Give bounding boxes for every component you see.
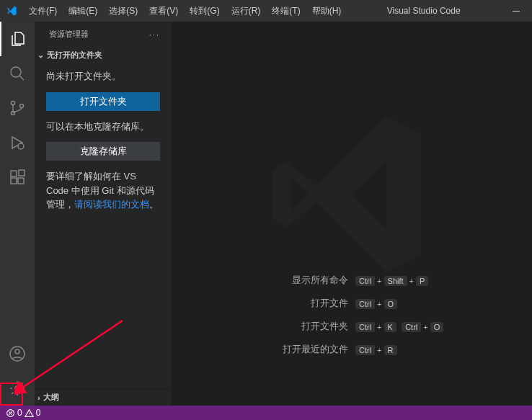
title-bar: 文件(F) 编辑(E) 选择(S) 查看(V) 转到(G) 运行(R) 终端(T… bbox=[0, 0, 532, 22]
open-folder-button[interactable]: 打开文件夹 bbox=[46, 92, 160, 111]
activity-run-debug[interactable] bbox=[0, 125, 35, 160]
key: Ctrl bbox=[355, 345, 375, 355]
activity-search[interactable] bbox=[0, 56, 35, 91]
activity-source-control[interactable] bbox=[0, 91, 35, 125]
docs-link[interactable]: 请阅读我们的文档 bbox=[74, 199, 149, 210]
shortcut-label: 显示所有命令 bbox=[204, 274, 348, 287]
shortcut-row: 打开最近的文件Ctrl+R bbox=[172, 343, 532, 356]
section-title-label: 无打开的文件夹 bbox=[47, 50, 102, 61]
menu-file[interactable]: 文件(F) bbox=[23, 0, 63, 22]
shortcut-row: 显示所有命令Ctrl+Shift+P bbox=[172, 274, 532, 287]
activity-extensions[interactable] bbox=[0, 160, 35, 195]
sidebar-title: 资源管理器 bbox=[49, 29, 89, 40]
sidebar-header: 资源管理器 ··· bbox=[35, 22, 172, 47]
msg-git-post: 。 bbox=[149, 199, 159, 210]
chevron-down-icon: ⌄ bbox=[37, 50, 44, 60]
menu-selection[interactable]: 选择(S) bbox=[103, 0, 143, 22]
shortcut-label: 打开文件夹 bbox=[204, 320, 348, 333]
error-icon bbox=[6, 408, 15, 418]
menu-run[interactable]: 运行(R) bbox=[226, 0, 267, 22]
shortcut-keys: Ctrl+R bbox=[355, 344, 500, 355]
sidebar-explorer: 资源管理器 ··· ⌄ 无打开的文件夹 尚未打开文件夹。 打开文件夹 可以在本地… bbox=[35, 22, 172, 406]
section-outline[interactable]: › 大纲 bbox=[35, 389, 172, 406]
shortcut-label: 打开文件 bbox=[204, 297, 348, 310]
shortcut-row: 打开文件夹Ctrl+K Ctrl+O bbox=[172, 320, 532, 333]
sidebar-body: 尚未打开文件夹。 打开文件夹 可以在本地克隆存储库。 克隆存储库 要详细了解如何… bbox=[35, 63, 172, 226]
more-icon[interactable]: ··· bbox=[149, 30, 160, 39]
key: O bbox=[430, 322, 444, 332]
warning-count: 0 bbox=[36, 408, 41, 418]
svg-point-1 bbox=[11, 67, 21, 77]
menu-bar: 文件(F) 编辑(E) 选择(S) 查看(V) 转到(G) 运行(R) 终端(T… bbox=[23, 0, 347, 22]
msg-clone: 可以在本地克隆存储库。 bbox=[46, 120, 160, 134]
clone-repo-button[interactable]: 克隆存储库 bbox=[46, 142, 160, 161]
vscode-logo-icon bbox=[0, 5, 23, 17]
shortcut-keys: Ctrl+K Ctrl+O bbox=[355, 321, 500, 332]
svg-point-4 bbox=[20, 104, 24, 108]
vscode-watermark-icon bbox=[265, 108, 438, 283]
key: Ctrl bbox=[355, 322, 375, 332]
activity-accounts[interactable] bbox=[0, 336, 35, 371]
shortcut-keys: Ctrl+O bbox=[355, 298, 500, 309]
shortcut-row: 打开文件Ctrl+O bbox=[172, 297, 532, 310]
menu-view[interactable]: 查看(V) bbox=[143, 0, 184, 22]
msg-git: 要详细了解如何在 VS Code 中使用 Git 和源代码管理，请阅读我们的文档… bbox=[46, 169, 160, 212]
menu-terminal[interactable]: 终端(T) bbox=[266, 0, 306, 22]
shortcut-list: 显示所有命令Ctrl+Shift+P打开文件Ctrl+O打开文件夹Ctrl+K … bbox=[172, 274, 532, 366]
shortcut-keys: Ctrl+Shift+P bbox=[355, 275, 500, 286]
key: Ctrl bbox=[402, 322, 421, 332]
activity-explorer[interactable] bbox=[0, 22, 35, 56]
section-no-folder-open[interactable]: ⌄ 无打开的文件夹 bbox=[35, 47, 172, 63]
svg-rect-6 bbox=[11, 171, 17, 177]
svg-point-12 bbox=[15, 386, 19, 390]
key: Shift bbox=[384, 276, 407, 286]
chevron-right-icon: › bbox=[37, 393, 40, 402]
svg-rect-0 bbox=[513, 11, 520, 12]
svg-point-5 bbox=[18, 143, 24, 149]
svg-point-2 bbox=[12, 102, 15, 105]
svg-rect-9 bbox=[19, 170, 25, 176]
msg-no-folder: 尚未打开文件夹。 bbox=[46, 69, 160, 84]
menu-help[interactable]: 帮助(H) bbox=[306, 0, 347, 22]
key: Ctrl bbox=[355, 299, 375, 309]
key: Ctrl bbox=[355, 276, 375, 286]
outline-title-label: 大纲 bbox=[43, 392, 59, 403]
menu-go[interactable]: 转到(G) bbox=[184, 0, 225, 22]
menu-edit[interactable]: 编辑(E) bbox=[63, 0, 103, 22]
key: P bbox=[416, 276, 428, 286]
status-bar: 0 0 bbox=[0, 406, 532, 420]
svg-point-11 bbox=[15, 349, 19, 354]
svg-rect-8 bbox=[18, 178, 24, 184]
error-count: 0 bbox=[17, 408, 22, 418]
window-controls bbox=[500, 0, 532, 22]
main-area: 资源管理器 ··· ⌄ 无打开的文件夹 尚未打开文件夹。 打开文件夹 可以在本地… bbox=[0, 22, 532, 406]
key: R bbox=[384, 345, 397, 355]
editor-area: 显示所有命令Ctrl+Shift+P打开文件Ctrl+O打开文件夹Ctrl+K … bbox=[172, 22, 532, 406]
activity-settings[interactable] bbox=[0, 371, 35, 406]
sidebar-outline: › 大纲 bbox=[35, 388, 172, 406]
key: K bbox=[384, 322, 396, 332]
key: O bbox=[384, 299, 398, 309]
window-title: Visual Studio Code bbox=[347, 6, 500, 16]
warning-icon bbox=[25, 408, 34, 418]
activity-bar bbox=[0, 22, 35, 406]
minimize-button[interactable] bbox=[500, 0, 532, 22]
svg-rect-7 bbox=[11, 178, 17, 184]
status-problems[interactable]: 0 0 bbox=[6, 408, 40, 418]
shortcut-label: 打开最近的文件 bbox=[204, 343, 348, 356]
